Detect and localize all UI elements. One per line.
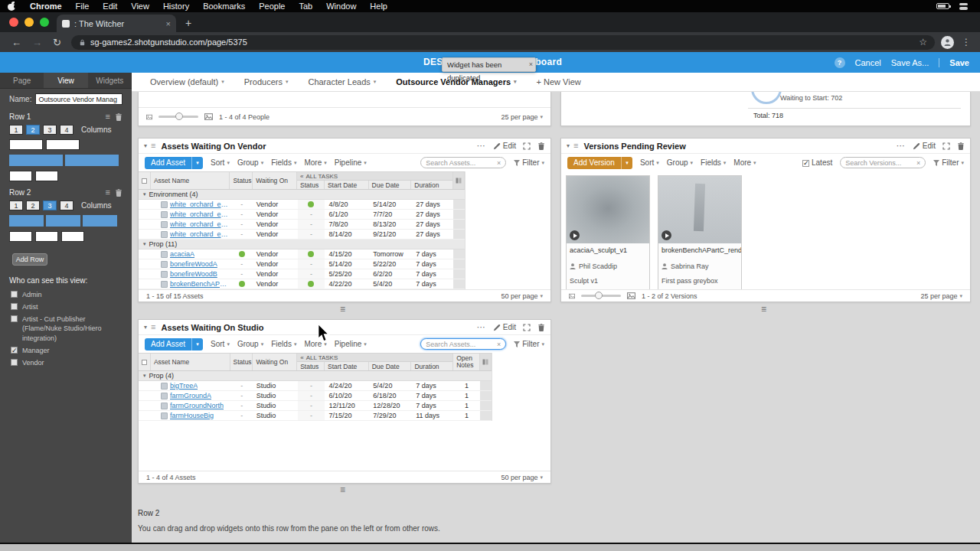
column-header-waiting-on[interactable]: Waiting On	[253, 354, 297, 370]
column-layout-bar[interactable]	[9, 215, 44, 227]
checkbox-artist-cut-publisher[interactable]	[11, 315, 18, 322]
table-row[interactable]: white_orchard_en... - Vendor - 6/1/20 7/…	[139, 210, 465, 220]
checkbox-manager[interactable]	[11, 347, 18, 354]
version-artist[interactable]: Sabrina Ray	[658, 256, 741, 270]
open-notes-count[interactable]: 1	[453, 381, 480, 390]
tab-widgets[interactable]: Widgets	[88, 73, 132, 88]
column-layout-bar[interactable]	[9, 155, 63, 166]
widget-drag-icon[interactable]: ≡	[573, 142, 578, 150]
column-header-duration[interactable]: Duration	[411, 181, 452, 189]
collapse-widget-icon[interactable]: ▾	[567, 142, 570, 149]
pipeline-menu[interactable]: Pipeline▾	[335, 340, 367, 348]
reload-button[interactable]: ↻	[47, 37, 67, 48]
more-menu[interactable]: More▾	[304, 158, 326, 167]
asset-link[interactable]: acaciaA	[170, 250, 194, 258]
menu-window[interactable]: Window	[319, 2, 363, 11]
version-card[interactable]: brokenBenchAPartC_rende Sabrina Ray Firs…	[658, 175, 742, 292]
row2-columns-4[interactable]: 4	[60, 201, 74, 210]
add-row-button[interactable]: Add Row	[12, 253, 47, 266]
thumbnail-size-slider[interactable]	[158, 116, 198, 118]
table-row[interactable]: farmGroundA - Studio - 6/10/20 6/18/20 7…	[139, 391, 492, 401]
add-asset-button[interactable]: Add Asset ▾	[145, 157, 203, 169]
sort-menu[interactable]: Sort▾	[640, 158, 659, 167]
browser-tab[interactable]: : The Witcher ×	[57, 15, 176, 32]
view-character-leads[interactable]: Character Leads▾	[308, 77, 376, 86]
add-asset-button[interactable]: Add Asset ▾	[145, 338, 203, 350]
tab-close-icon[interactable]: ×	[166, 19, 171, 28]
url-text[interactable]: sg-games2.shotgunstudio.com/page/5375	[90, 37, 914, 47]
group-row[interactable]: ▾ Prop (11)	[139, 240, 465, 249]
table-row[interactable]: white_orchard_en... - Vendor - 8/14/20 9…	[139, 230, 465, 240]
thumbnail-size-slider[interactable]	[581, 295, 621, 297]
open-notes-count[interactable]: 1	[453, 391, 480, 400]
column-header-due-date[interactable]: Due Date	[369, 181, 412, 189]
edit-widget-button[interactable]: Edit	[493, 323, 516, 331]
asset-link[interactable]: white_orchard_en...	[170, 201, 230, 208]
version-name[interactable]: brokenBenchAPartC_rende	[658, 243, 741, 256]
checkbox-admin[interactable]	[11, 291, 18, 298]
column-layout-bar[interactable]	[46, 215, 80, 227]
row-menu-icon[interactable]: ≡	[106, 112, 110, 121]
task-group-header[interactable]: «ALL TASKS	[297, 172, 452, 181]
delete-widget-icon[interactable]	[537, 324, 545, 331]
column-width-input[interactable]	[35, 231, 58, 242]
widget-menu-icon[interactable]: ⋯	[897, 141, 906, 151]
row1-columns-2[interactable]: 2	[26, 125, 40, 135]
expand-widget-icon[interactable]	[942, 142, 950, 150]
column-layout-bar[interactable]	[65, 155, 119, 166]
menu-people[interactable]: People	[252, 2, 292, 11]
search-box[interactable]: ×	[840, 157, 926, 168]
widget-drag-handle[interactable]: ≡	[340, 305, 345, 314]
close-window-button[interactable]	[9, 18, 18, 27]
asset-link[interactable]: bonefireWoodB	[170, 270, 217, 278]
checkbox-vendor[interactable]	[11, 359, 18, 366]
filter-menu[interactable]: Filter▾	[514, 340, 544, 348]
delete-row-icon[interactable]	[115, 189, 122, 197]
search-box[interactable]: ×	[420, 338, 506, 350]
asset-link[interactable]: farmGroundNorth	[170, 402, 224, 409]
menu-edit[interactable]: Edit	[96, 2, 124, 11]
version-card[interactable]: acaciaA_sculpt_v1 Phil Scaddip Sculpt v1	[566, 175, 650, 292]
column-width-input[interactable]	[9, 139, 43, 150]
fields-menu[interactable]: Fields▾	[701, 158, 726, 167]
group-row[interactable]: ▾ Environment (4)	[139, 190, 465, 200]
row1-columns-3[interactable]: 3	[43, 125, 57, 135]
widget-drag-handle[interactable]: ≡	[761, 305, 766, 314]
column-header-start-date[interactable]: Start Date	[325, 362, 369, 370]
column-width-input[interactable]	[46, 139, 80, 150]
column-header-task-status[interactable]: Status	[297, 181, 325, 189]
collapse-widget-icon[interactable]: ▾	[144, 142, 147, 149]
column-header-asset-name[interactable]: Asset Name	[151, 172, 230, 189]
widget-drag-icon[interactable]: ≡	[151, 323, 155, 331]
expand-widget-icon[interactable]	[523, 142, 531, 150]
menu-history[interactable]: History	[156, 2, 196, 11]
latest-checkbox[interactable]	[802, 160, 809, 167]
select-all-checkbox[interactable]	[142, 360, 147, 365]
column-header-status[interactable]: Status	[230, 354, 253, 370]
view-overview[interactable]: Overview (default)▾	[150, 77, 224, 86]
row1-columns-4[interactable]: 4	[60, 125, 74, 135]
column-header-asset-name[interactable]: Asset Name	[151, 354, 230, 370]
address-bar[interactable]: sg-games2.shotgunstudio.com/page/5375 ☆	[71, 35, 935, 50]
search-box[interactable]: ×	[420, 157, 506, 168]
column-header-task-status[interactable]: Status	[297, 362, 325, 370]
collapse-group-icon[interactable]: ▾	[143, 373, 146, 379]
per-page-select[interactable]: 25 per page▾	[920, 292, 962, 300]
browser-menu-icon[interactable]: ⋮	[959, 37, 974, 47]
widget-menu-icon[interactable]: ⋯	[477, 141, 486, 151]
group-menu[interactable]: Group▾	[237, 340, 263, 348]
search-assets-input[interactable]	[426, 159, 494, 167]
asset-link[interactable]: white_orchard_en...	[170, 220, 230, 228]
group-menu[interactable]: Group▾	[237, 158, 263, 167]
edit-widget-button[interactable]: Edit	[493, 142, 516, 150]
column-width-input[interactable]	[9, 171, 32, 181]
expand-widget-icon[interactable]	[523, 324, 531, 331]
sort-menu[interactable]: Sort▾	[211, 158, 230, 167]
collapse-group-icon[interactable]: ▾	[143, 191, 146, 197]
play-icon[interactable]	[662, 230, 671, 240]
collapse-group-icon[interactable]: ▾	[143, 241, 146, 247]
per-page-select[interactable]: 50 per page▾	[501, 292, 543, 300]
filter-menu[interactable]: Filter▾	[933, 158, 964, 167]
task-group-header[interactable]: «ALL TASKS	[297, 354, 452, 362]
menu-tab[interactable]: Tab	[292, 2, 319, 11]
